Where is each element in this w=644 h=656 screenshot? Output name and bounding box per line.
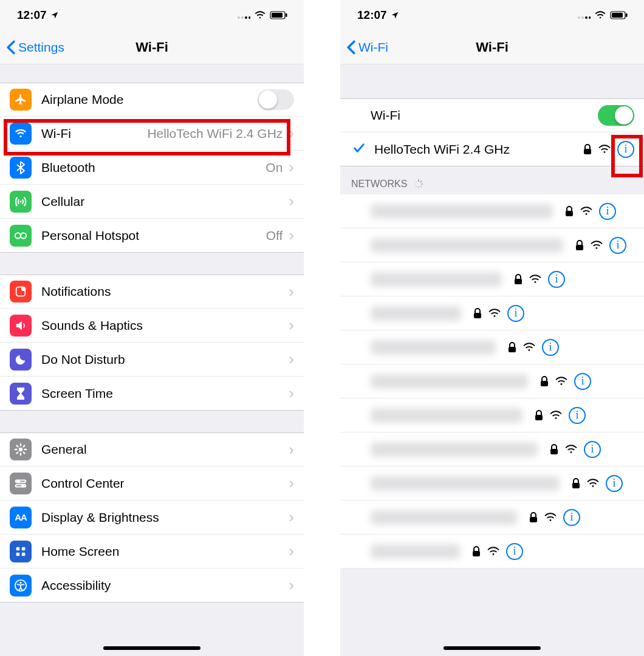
- wifi-signal-icon: [549, 411, 563, 420]
- network-row[interactable]: i: [340, 535, 644, 569]
- row-label: Notifications: [41, 284, 286, 299]
- svg-point-13: [21, 287, 26, 291]
- svg-rect-21: [16, 552, 20, 556]
- network-name-blurred: [371, 238, 563, 253]
- svg-point-52: [529, 349, 530, 351]
- svg-rect-31: [612, 13, 623, 18]
- svg-rect-42: [416, 180, 418, 183]
- svg-rect-36: [420, 180, 423, 183]
- chevron-right-icon: ›: [289, 316, 294, 335]
- info-button[interactable]: i: [507, 305, 524, 322]
- wifi-signal-icon: [590, 241, 603, 250]
- airplane-toggle[interactable]: [258, 89, 294, 110]
- cellular-icon: [10, 191, 32, 213]
- row-wifi-toggle[interactable]: Wi-Fi: [340, 98, 644, 132]
- svg-rect-61: [530, 517, 537, 522]
- row-home-screen[interactable]: Home Screen ›: [0, 535, 304, 569]
- network-row[interactable]: i: [340, 194, 644, 228]
- wifi-signal-icon: [586, 479, 600, 488]
- chevron-right-icon: ›: [289, 158, 294, 177]
- svg-point-29: [600, 17, 601, 18]
- status-time: 12:07: [357, 9, 387, 22]
- svg-point-8: [19, 135, 21, 137]
- svg-point-1: [241, 16, 244, 19]
- wifi-toggle[interactable]: [598, 105, 634, 126]
- chevron-right-icon: ›: [289, 576, 294, 595]
- row-control-center[interactable]: Control Center ›: [0, 466, 304, 501]
- info-button[interactable]: i: [574, 373, 591, 390]
- info-button[interactable]: i: [617, 141, 634, 158]
- general-icon: [10, 439, 32, 460]
- row-connected-network[interactable]: HelloTech WiFi 2.4 GHz i: [340, 132, 644, 166]
- network-row[interactable]: i: [340, 501, 644, 535]
- svg-rect-49: [474, 313, 481, 318]
- row-screen-time[interactable]: Screen Time ›: [0, 377, 304, 411]
- nav-bar: Wi-Fi Wi-Fi: [340, 30, 644, 64]
- row-personal-hotspot[interactable]: Personal Hotspot Off ›: [0, 219, 304, 253]
- info-button[interactable]: i: [542, 339, 559, 356]
- row-notifications[interactable]: Notifications ›: [0, 275, 304, 309]
- network-row[interactable]: i: [340, 432, 644, 466]
- network-row[interactable]: i: [340, 330, 644, 364]
- lock-icon: [529, 512, 538, 523]
- svg-point-14: [19, 448, 22, 451]
- info-button[interactable]: i: [569, 407, 586, 424]
- accessibility-icon: [10, 575, 32, 596]
- info-button[interactable]: i: [606, 475, 623, 492]
- network-name-blurred: [371, 408, 522, 423]
- svg-rect-6: [272, 13, 283, 18]
- row-label: Display & Brightness: [41, 510, 286, 525]
- svg-point-3: [248, 16, 250, 19]
- connected-network-name: HelloTech WiFi 2.4 GHz: [374, 142, 583, 157]
- info-button[interactable]: i: [599, 203, 616, 220]
- home-indicator[interactable]: [103, 646, 200, 650]
- home-indicator[interactable]: [444, 646, 541, 650]
- svg-point-24: [19, 581, 21, 583]
- cellular-signal-icon: [237, 11, 250, 19]
- row-cellular[interactable]: Cellular ›: [0, 185, 304, 219]
- network-row[interactable]: i: [340, 398, 644, 432]
- network-row[interactable]: i: [340, 466, 644, 501]
- network-row[interactable]: i: [340, 296, 644, 330]
- network-row[interactable]: i: [340, 262, 644, 296]
- info-button[interactable]: i: [548, 271, 565, 288]
- row-general[interactable]: General ›: [0, 432, 304, 466]
- row-airplane-mode[interactable]: Airplane Mode: [0, 83, 304, 117]
- status-bar: 12:07: [340, 0, 644, 30]
- row-accessibility[interactable]: Accessibility ›: [0, 569, 304, 603]
- info-button[interactable]: i: [584, 441, 601, 458]
- svg-point-4: [259, 17, 261, 18]
- settings-group-alerts: Notifications › Sounds & Haptics › Do No…: [0, 275, 304, 411]
- display-icon: AA: [10, 507, 32, 528]
- settings-screen: 12:07 Settings Wi-Fi: [0, 0, 304, 656]
- row-bluetooth[interactable]: Bluetooth On ›: [0, 151, 304, 185]
- wifi-signal-icon: [488, 309, 501, 318]
- back-label: Wi-Fi: [358, 40, 388, 55]
- network-name-blurred: [371, 306, 461, 321]
- network-name-blurred: [371, 340, 496, 355]
- spinner-icon: [413, 179, 424, 190]
- svg-rect-22: [22, 552, 26, 556]
- row-display-brightness[interactable]: AA Display & Brightness ›: [0, 501, 304, 535]
- info-button[interactable]: i: [506, 543, 523, 560]
- lock-icon: [514, 274, 522, 285]
- row-sounds[interactable]: Sounds & Haptics ›: [0, 309, 304, 343]
- svg-rect-41: [414, 183, 417, 185]
- networks-list: iiiiiiiiiii: [340, 194, 644, 569]
- network-name-blurred: [371, 476, 560, 491]
- back-button[interactable]: Settings: [0, 40, 64, 55]
- row-label: Wi-Fi: [371, 108, 598, 123]
- chevron-right-icon: ›: [289, 384, 294, 403]
- sounds-icon: [10, 315, 32, 337]
- network-row[interactable]: i: [340, 364, 644, 398]
- svg-point-10: [15, 233, 21, 238]
- row-do-not-disturb[interactable]: Do Not Disturb ›: [0, 343, 304, 377]
- row-wifi[interactable]: Wi-Fi HelloTech WiFi 2.4 GHz ›: [0, 117, 304, 151]
- info-button[interactable]: i: [609, 237, 626, 254]
- network-row[interactable]: i: [340, 228, 644, 262]
- svg-point-64: [493, 553, 495, 555]
- info-button[interactable]: i: [563, 509, 580, 526]
- back-button[interactable]: Wi-Fi: [340, 40, 388, 55]
- row-detail: On: [265, 160, 283, 175]
- battery-icon: [610, 11, 628, 19]
